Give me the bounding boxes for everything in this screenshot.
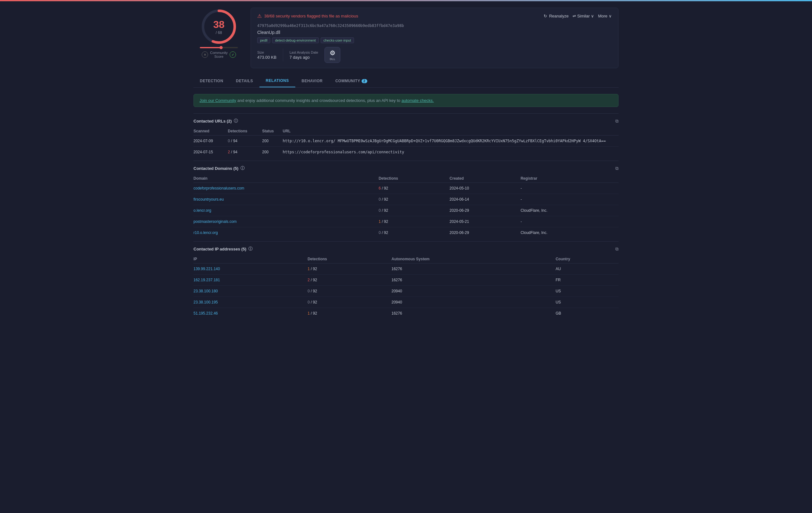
url-detections: 2 / 94: [228, 147, 262, 158]
domain-detections: 0 / 92: [379, 194, 450, 205]
domain-name[interactable]: postmastersoriginals.com: [194, 216, 379, 227]
more-chevron-icon: ∨: [609, 14, 612, 19]
reanalyze-button[interactable]: ↻ Reanalyze: [544, 14, 569, 19]
reanalyze-label: Reanalyze: [549, 14, 569, 19]
domain-created: 2024-05-21: [450, 216, 521, 227]
domain-registrar: CloudFlare, Inc.: [521, 205, 618, 216]
analysis-date-value: 7 days ago: [290, 55, 318, 60]
tab-detection[interactable]: DETECTION: [194, 75, 230, 87]
file-tag[interactable]: pedll: [257, 37, 270, 43]
ip-autonomous-system: 20940: [392, 297, 555, 308]
domain-name[interactable]: codeforprofessionalusers.com: [194, 183, 379, 194]
community-check-icon: ✓: [230, 51, 236, 58]
ip-country: FR: [556, 275, 618, 286]
domain-registrar: -: [521, 183, 618, 194]
tab-details[interactable]: DETAILS: [230, 75, 259, 87]
ips-info-icon[interactable]: ⓘ: [249, 246, 253, 252]
ip-address[interactable]: 23.38.100.195: [194, 297, 308, 308]
domain-created: 2020-06-29: [450, 205, 521, 216]
community-banner-middle: and enjoy additional community insights …: [237, 98, 401, 103]
score-circle-container: 38 / 68 ✕ CommunityScore ✓: [194, 8, 244, 58]
header-section: 38 / 68 ✕ CommunityScore ✓: [194, 8, 618, 68]
urls-title-text: Contacted URLs (2): [194, 119, 232, 124]
score-circle: 38 / 68: [200, 8, 238, 46]
domains-copy-icon[interactable]: ⧉: [615, 166, 618, 171]
ip-address[interactable]: 51.195.232.46: [194, 308, 308, 319]
automate-checks-link[interactable]: automate checks.: [402, 98, 434, 103]
tab-community[interactable]: COMMUNITY2: [329, 75, 374, 87]
url-value[interactable]: http://r10.o.lencr.org/ MFMwUTBPME0wSzAJ…: [283, 136, 618, 147]
alert-icon: ⚠: [257, 13, 262, 19]
ips-col-autonomous-system: Autonomous System: [392, 255, 555, 264]
similar-icon: ⇌: [573, 14, 576, 19]
ips-col-ip: IP: [194, 255, 308, 264]
urls-info-icon[interactable]: ⓘ: [234, 118, 238, 124]
ips-col-country: Country: [556, 255, 618, 264]
progress-fill: [200, 47, 221, 48]
table-row: 162.19.237.1812 / 9216276FR: [194, 275, 618, 286]
score-number: 38: [213, 19, 225, 30]
ips-copy-icon[interactable]: ⧉: [615, 246, 618, 252]
ip-address[interactable]: 23.38.100.180: [194, 286, 308, 297]
table-row: firscountryours.eu0 / 922024-06-14-: [194, 194, 618, 205]
analysis-date-label: Last Analysis Date: [290, 51, 318, 54]
ip-detections: 0 / 92: [308, 286, 392, 297]
contacted-domains-section: Contacted Domains (5) ⓘ ⧉ DomainDetectio…: [194, 161, 618, 238]
url-detections: 0 / 94: [228, 136, 262, 147]
file-tag[interactable]: checks-user-input: [321, 37, 354, 43]
domains-table: DomainDetectionsCreatedRegistrarcodeforp…: [194, 174, 618, 238]
domain-detections: 0 / 92: [379, 205, 450, 216]
table-row: 2024-07-152 / 94200https://codeforprofes…: [194, 147, 618, 158]
domain-detections: 1 / 92: [379, 216, 450, 227]
table-row: 23.38.100.1950 / 9220940US: [194, 297, 618, 308]
domain-name[interactable]: o.lencr.org: [194, 205, 379, 216]
urls-col-scanned: Scanned: [194, 127, 228, 136]
size-meta: Size 473.00 KB: [257, 51, 277, 60]
community-x-icon: ✕: [202, 51, 208, 58]
gear-icon: ⚙: [329, 49, 335, 57]
domains-info-icon[interactable]: ⓘ: [240, 165, 244, 171]
ips-col-detections: Detections: [308, 255, 392, 264]
contacted-urls-section: Contacted URLs (2) ⓘ ⧉ ScannedDetections…: [194, 113, 618, 158]
domains-col-domain: Domain: [194, 174, 379, 183]
community-score-label: CommunityScore: [210, 51, 228, 58]
table-row: r10.o.lencr.org0 / 922020-06-29CloudFlar…: [194, 227, 618, 238]
ips-table: IPDetectionsAutonomous SystemCountry139.…: [194, 255, 618, 319]
tab-behavior[interactable]: BEHAVIOR: [295, 75, 329, 87]
table-row: 23.38.100.1800 / 9220940US: [194, 286, 618, 297]
domain-created: 2020-06-29: [450, 227, 521, 238]
more-button[interactable]: More ∨: [598, 14, 612, 19]
file-info-panel: ⚠ 38/68 security vendors flagged this fi…: [251, 8, 618, 68]
ip-address[interactable]: 139.99.221.140: [194, 264, 308, 275]
progress-bar: [200, 47, 238, 48]
alert-text: ⚠ 38/68 security vendors flagged this fi…: [257, 13, 358, 19]
url-scanned: 2024-07-15: [194, 147, 228, 158]
ip-address[interactable]: 162.19.237.181: [194, 275, 308, 286]
file-hash: 47975a0d9299ba46e2f313c6bc9a47a760c32435…: [257, 24, 612, 28]
tab-relations[interactable]: RELATIONS: [259, 75, 295, 87]
urls-table: ScannedDetectionsStatusURL2024-07-090 / …: [194, 127, 618, 158]
url-status: 200: [262, 147, 283, 158]
similar-button[interactable]: ⇌ Similar ∨: [573, 14, 594, 19]
file-name: CleanUp.dll: [257, 30, 612, 35]
ip-country: GB: [556, 308, 618, 319]
file-type-icon: ⚙ DLL: [324, 47, 340, 63]
table-row: o.lencr.org0 / 922020-06-29CloudFlare, I…: [194, 205, 618, 216]
size-value: 473.00 KB: [257, 55, 277, 60]
similar-chevron-icon: ∨: [591, 14, 594, 19]
domains-section-title: Contacted Domains (5) ⓘ: [194, 165, 244, 171]
domain-name[interactable]: firscountryours.eu: [194, 194, 379, 205]
urls-copy-icon[interactable]: ⧉: [615, 118, 618, 124]
domain-registrar: -: [521, 216, 618, 227]
progress-dot: [220, 46, 223, 49]
ip-country: US: [556, 286, 618, 297]
alert-banner: ⚠ 38/68 security vendors flagged this fi…: [257, 13, 612, 19]
dll-label: DLL: [329, 57, 335, 61]
join-community-link[interactable]: Join our Community: [200, 98, 236, 103]
table-row: 2024-07-090 / 94200http://r10.o.lencr.or…: [194, 136, 618, 147]
domain-created: 2024-05-10: [450, 183, 521, 194]
domain-name[interactable]: r10.o.lencr.org: [194, 227, 379, 238]
domain-registrar: -: [521, 194, 618, 205]
url-value[interactable]: https://codeforprofessionalusers.com/api…: [283, 147, 618, 158]
file-tag[interactable]: detect-debug-environment: [272, 37, 318, 43]
